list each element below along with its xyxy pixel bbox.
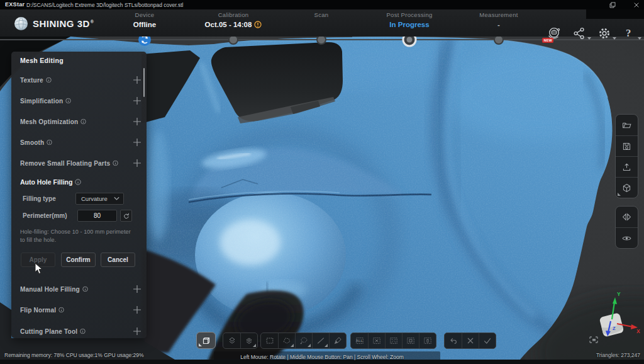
select-polygon-button[interactable] [278, 333, 295, 348]
cancel-button[interactable]: Cancel [101, 253, 135, 267]
bottom-strip [0, 360, 644, 364]
info-icon [65, 98, 71, 103]
open-file-button[interactable] [616, 115, 638, 135]
visibility-button[interactable] [616, 227, 638, 248]
nav-step-label: Post Processing [359, 11, 460, 18]
settings-button[interactable] [596, 25, 613, 42]
panel-item-smooth[interactable]: Smooth [11, 132, 147, 152]
export-model-button[interactable] [616, 156, 638, 177]
cube-wire-button[interactable] [196, 332, 216, 349]
title-bar: EXStar D:/SCANS/Logitech Extreme 3D/logi… [0, 0, 644, 9]
share-icon [572, 26, 587, 41]
nav-step-value: Oct.05 - 14:08 [183, 21, 284, 28]
visibility-icon [621, 233, 632, 244]
confirm-button[interactable]: Confirm [61, 253, 96, 267]
confirm-icon [482, 336, 492, 346]
expand-plus-icon[interactable] [133, 117, 142, 126]
info-icon [82, 286, 88, 292]
toolbar-group: ALL [350, 333, 436, 349]
info-icon[interactable] [75, 179, 81, 185]
flyout-indicator [325, 344, 328, 347]
panel-item-remove-small-floating-parts[interactable]: Remove Small Floating Parts [11, 152, 147, 173]
cancel-button[interactable] [462, 333, 479, 348]
expand-plus-icon[interactable] [133, 76, 142, 84]
select-connected-icon [406, 336, 416, 346]
panel-item-label: Texture [20, 76, 43, 83]
panel-item-label: Smooth [20, 139, 44, 145]
undo-button[interactable] [445, 333, 462, 348]
axis-z-label: Z [613, 326, 616, 331]
panel-item-cutting-plane-tool[interactable]: Cutting Plane Tool [11, 321, 147, 341]
layers-eye-button[interactable] [240, 333, 257, 348]
ai-assistant-button[interactable]: NEW [546, 25, 562, 42]
select-all-button[interactable]: ALL [351, 333, 368, 348]
panel-item-manual-hole-filling[interactable]: Manual Hole Filling [11, 278, 147, 299]
close-window-icon[interactable] [633, 1, 640, 9]
info-icon [58, 307, 64, 313]
nav-step-label: Calibration [183, 11, 284, 18]
layers-button[interactable] [223, 333, 240, 348]
expand-plus-icon[interactable] [133, 327, 142, 336]
toolbar-group [223, 333, 258, 349]
mesh-editing-panel: Mesh Editing TextureSimplificationMesh O… [11, 52, 147, 338]
flyout-indicator [199, 343, 202, 346]
flyout-indicator [308, 344, 311, 347]
save-file-button[interactable] [616, 135, 638, 156]
confirm-button[interactable] [479, 333, 496, 348]
expand-plus-icon[interactable] [133, 138, 142, 147]
select-line-button[interactable] [312, 333, 329, 348]
model-display-button[interactable] [616, 177, 638, 198]
hole-filling-hint-line1: Hole-filling: Choose 10 - 100 mm perimet… [20, 229, 131, 235]
panel-item-flip-normal[interactable]: Flip Normal [11, 300, 147, 321]
save-file-icon [621, 141, 632, 152]
cube-wire-icon [201, 335, 212, 346]
brand-logo: SHINING 3D® [14, 16, 94, 31]
panel-item-simplification[interactable]: Simplification [11, 90, 147, 111]
toolbar-group [260, 333, 347, 349]
panel-item-label: Manual Hole Filling [20, 285, 80, 292]
caret-down-icon [587, 37, 591, 40]
flyout-indicator [291, 344, 294, 347]
select-invert-button[interactable] [385, 333, 402, 348]
expand-plus-icon[interactable] [133, 305, 142, 314]
info-icon [80, 328, 86, 334]
mirror-view-button[interactable] [616, 207, 638, 227]
nav-step-calibration[interactable]: CalibrationOct.05 - 14:08 [183, 11, 284, 28]
select-rect-button[interactable] [261, 333, 278, 348]
select-lasso-button[interactable] [295, 333, 312, 348]
select-brush-button[interactable] [329, 333, 346, 348]
flyout-indicator [618, 193, 621, 196]
nav-step-scan[interactable]: Scan [271, 11, 372, 21]
help-button[interactable] [621, 25, 638, 42]
cancel-icon [465, 336, 475, 346]
panel-item-texture[interactable]: Texture [11, 69, 147, 90]
restore-window-icon[interactable] [609, 1, 616, 9]
new-badge: NEW [542, 38, 553, 43]
filling-type-select[interactable]: Curvature [75, 193, 124, 205]
delete-selected-icon [423, 336, 433, 346]
mouse-hints: Left Mouse: Rotate | Middle Mouse Button… [0, 354, 644, 360]
reset-perimeter-button[interactable] [120, 210, 132, 222]
mirror-view-icon [621, 212, 632, 222]
expand-plus-icon[interactable] [133, 159, 142, 168]
triangle-count: Triangles: 273,247 [596, 352, 640, 358]
select-connected-button[interactable] [402, 333, 419, 348]
nav-step-device[interactable]: DeviceOffline [94, 11, 195, 28]
panel-title: Mesh Editing [20, 57, 64, 64]
select-invert-icon [389, 336, 399, 346]
panel-item-mesh-optimization[interactable]: Mesh Optimization [11, 111, 147, 132]
nav-step-value: - [448, 21, 549, 28]
nav-step-label: Device [94, 11, 195, 18]
button-label: ALL [356, 339, 363, 343]
perimeter-input[interactable]: 80 [77, 210, 117, 222]
nav-step-label: Scan [271, 11, 372, 18]
nav-step-measurement[interactable]: Measurement- [448, 11, 549, 28]
brand-name: SHINING 3D® [33, 18, 94, 29]
nav-step-post-processing[interactable]: Post ProcessingIn Progress [359, 11, 460, 28]
deselect-all-button[interactable] [368, 333, 385, 348]
expand-plus-icon[interactable] [133, 285, 142, 293]
flyout-indicator [253, 344, 256, 347]
share-button[interactable] [571, 25, 587, 42]
expand-plus-icon[interactable] [133, 96, 142, 105]
delete-selected-button[interactable] [419, 333, 436, 348]
